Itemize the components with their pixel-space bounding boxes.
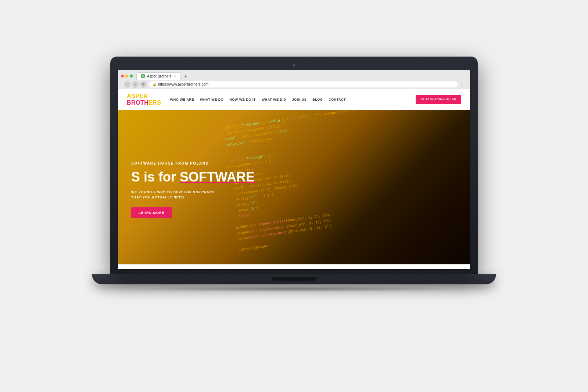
hero-content: SOFTWARE HOUSE FROM POLAND S is for SOFT… (131, 161, 255, 218)
nav-link-what-we-do[interactable]: WHAT WE DO (200, 98, 223, 101)
tab-close-button[interactable]: × (174, 74, 176, 78)
nav-links: WHO WE ARE WHAT WE DO HOW WE DO IT WHAT … (170, 98, 416, 101)
laptop-body: G Asper Brothers × + ‹ › ↺ 🔒 https://www… (110, 57, 478, 274)
hero-description: WE FOUND A WAY TO DEVELOP SOFTWARE THAT … (131, 190, 255, 200)
learn-more-button[interactable]: LEARN MORE (131, 207, 172, 218)
nav-link-who-we-are[interactable]: WHO WE ARE (170, 98, 194, 101)
favicon: G (141, 74, 145, 78)
nav-buttons: ‹ › ↺ (124, 81, 147, 88)
nav-link-join-us[interactable]: JOIN US (292, 98, 307, 101)
url-text: https://www.asperbrothers.com (158, 82, 208, 86)
bottom-bar (118, 264, 470, 269)
forward-button[interactable]: › (132, 81, 139, 88)
address-bar-row: ‹ › ↺ 🔒 https://www.asperbrothers.com ⋮ (121, 80, 467, 89)
hero-desc-line1: WE FOUND A WAY TO DEVELOP SOFTWARE (131, 190, 215, 194)
laptop-camera (293, 64, 295, 67)
logo-brothers-highlight: ERS (148, 100, 161, 106)
browser-tab[interactable]: G Asper Brothers × (136, 72, 180, 80)
screen: G Asper Brothers × + ‹ › ↺ 🔒 https://www… (118, 70, 470, 270)
nav-link-what-we-did[interactable]: WHAT WE DID (262, 98, 286, 101)
minimize-button[interactable] (125, 75, 128, 78)
new-tab-button[interactable]: + (182, 72, 189, 80)
hero-title-highlight: SOFTWARE (180, 169, 255, 184)
outsourcing-guide-button[interactable]: OUTSOURCING GUIDE (416, 95, 461, 104)
browser-chrome: G Asper Brothers × + ‹ › ↺ 🔒 https://www… (118, 70, 470, 89)
laptop-shadow (129, 286, 459, 292)
address-bar[interactable]: 🔒 https://www.asperbrothers.com (149, 81, 458, 87)
tab-bar: G Asper Brothers × + (121, 72, 467, 80)
hero-title-prefix: S is for (131, 169, 180, 184)
close-button[interactable] (121, 75, 124, 78)
nav-link-how-we-do-it[interactable]: HOW WE DO IT (229, 98, 256, 101)
laptop-notch (272, 277, 316, 281)
back-button[interactable]: ‹ (124, 81, 130, 88)
fullscreen-button[interactable] (130, 75, 133, 78)
nav-link-contact[interactable]: CONTACT (329, 98, 346, 101)
laptop-frame: G Asper Brothers × + ‹ › ↺ 🔒 https://www… (92, 57, 496, 336)
hero-title: S is for SOFTWARE (131, 169, 255, 184)
website: ASPER BROTHERS WHO WE ARE WHAT WE DO HOW… (118, 89, 470, 269)
laptop-base (92, 274, 496, 284)
traffic-lights (121, 75, 133, 78)
tab-title: Asper Brothers (147, 74, 172, 78)
reload-button[interactable]: ↺ (140, 81, 147, 88)
browser-menu-icon[interactable]: ⋮ (460, 82, 464, 87)
code-background: $_SESSION['CAPTCHA']['config'] = array('… (223, 110, 470, 264)
hero-subtitle: SOFTWARE HOUSE FROM POLAND (131, 161, 255, 165)
logo-brothers: BROTHERS (127, 100, 161, 106)
logo: ASPER BROTHERS (127, 93, 161, 106)
nav-link-blog[interactable]: BLOG (312, 98, 323, 101)
site-nav: ASPER BROTHERS WHO WE ARE WHAT WE DO HOW… (118, 89, 470, 110)
logo-asper: ASPER (127, 93, 148, 99)
lock-icon: 🔒 (153, 83, 157, 86)
hero-desc-line2: THAT YOU ACTUALLY NEED (131, 195, 184, 199)
hero-section: $_SESSION['CAPTCHA']['config'] = array('… (118, 110, 470, 264)
